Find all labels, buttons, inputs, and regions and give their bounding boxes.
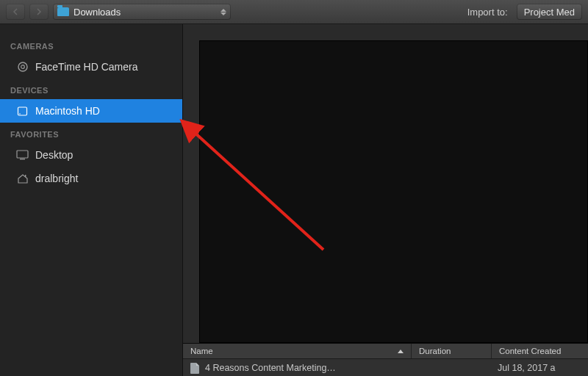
sidebar-item-macintosh-hd[interactable]: Macintosh HD — [0, 99, 182, 123]
column-header-name[interactable]: Name — [183, 344, 412, 358]
location-label: Downloads — [74, 7, 121, 18]
disk-icon — [16, 106, 29, 117]
svg-point-0 — [18, 62, 27, 71]
import-to-label: Import to: — [467, 7, 508, 18]
sidebar-item-label: Macintosh HD — [35, 105, 100, 117]
stepper-icon — [220, 9, 226, 15]
toolbar: Downloads Import to: Project Med — [0, 0, 588, 24]
forward-button[interactable] — [29, 4, 49, 20]
sort-ascending-icon — [398, 350, 404, 353]
sidebar-item-label: Desktop — [35, 149, 73, 161]
folder-icon — [57, 7, 69, 16]
column-header-content-created[interactable]: Content Created — [492, 344, 588, 358]
sidebar-header-favorites: FAVORITES — [0, 123, 182, 143]
sidebar-item-label: dralbright — [35, 173, 78, 184]
sidebar-header-devices: DEVICES — [0, 79, 182, 99]
sidebar-item-desktop[interactable]: Desktop — [0, 143, 182, 167]
svg-rect-4 — [17, 151, 28, 158]
desktop-icon — [16, 150, 29, 161]
import-target-dropdown[interactable]: Project Med — [517, 4, 582, 20]
sidebar-item-label: FaceTime HD Camera — [35, 61, 138, 73]
sidebar-item-facetime-camera[interactable]: FaceTime HD Camera — [0, 55, 182, 79]
home-icon — [16, 173, 29, 184]
sidebar-item-home[interactable]: dralbright — [0, 167, 182, 190]
svg-rect-5 — [20, 159, 25, 159]
sidebar-header-cameras: CAMERAS — [0, 35, 182, 55]
cell-created: Jul 18, 2017 a — [490, 363, 588, 373]
list-header: Name Duration Content Created — [183, 344, 588, 359]
preview-area — [199, 40, 588, 343]
import-target-label: Project Med — [524, 7, 575, 18]
back-button[interactable] — [6, 4, 25, 20]
column-header-duration[interactable]: Duration — [412, 344, 492, 358]
camera-icon — [16, 62, 29, 73]
sidebar: CAMERAS FaceTime HD Camera DEVICES Macin… — [0, 24, 183, 376]
svg-rect-6 — [25, 175, 26, 177]
svg-point-1 — [21, 65, 24, 69]
cell-name: 4 Reasons Content Marketing… — [183, 363, 411, 374]
svg-point-3 — [19, 113, 21, 115]
location-dropdown[interactable]: Downloads — [53, 4, 231, 20]
document-icon — [190, 363, 199, 374]
table-row[interactable]: 4 Reasons Content Marketing… Jul 18, 201… — [183, 359, 588, 376]
main-panel: Name Duration Content Created 4 Reasons … — [183, 24, 588, 376]
file-list: Name Duration Content Created 4 Reasons … — [183, 343, 588, 376]
